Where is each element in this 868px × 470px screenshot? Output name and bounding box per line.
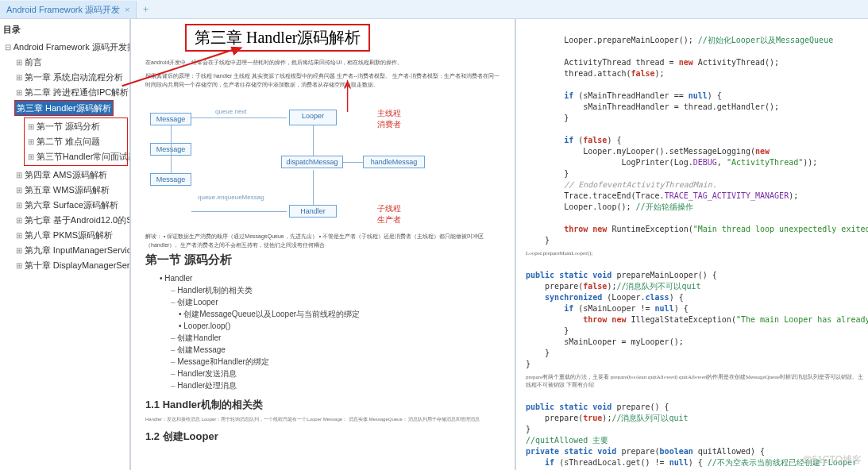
bullet: 创建Looper (177, 298, 218, 306)
tree-item[interactable]: 第七章 基于Android12.0的SurfaceFlinger源 (14, 213, 128, 228)
box-handlemsg: handleMessag (363, 156, 425, 168)
tree-item[interactable]: 第四章 AMS源码解析 (14, 168, 128, 183)
bullet: Looper.loop() (183, 322, 230, 330)
code-line: private static void prepare(boolean quit… (526, 447, 765, 456)
watermark: @51CTO博客 (802, 453, 862, 467)
box-message: Message (150, 113, 191, 125)
code-line: throw new RuntimeException("Main thread … (526, 225, 868, 233)
lbl-subthread: 子线程 (377, 203, 401, 214)
box-handler: Handler (289, 205, 337, 218)
code-line: prepare(true);//消息队列可以quit (526, 414, 689, 422)
tree-subitem[interactable]: 第二节 难点问题 (26, 134, 125, 149)
bullet: Handler机制的相关类 (177, 286, 253, 295)
intro-text-2: 探索其背后的原理：子线程 handler 主线程 其实资源了线程模型中的经典问题… (145, 71, 503, 89)
tree-item[interactable]: 第九章 InputManagerService源码解析 (14, 243, 128, 258)
lbl-consumer: 消费者 (377, 119, 401, 130)
tree-item[interactable]: 第五章 WMS源码解析 (14, 183, 128, 198)
code-pane: Looper.prepareMainLooper(); //初始化Looper以… (516, 19, 868, 470)
code-line: } (526, 349, 550, 357)
code-line: LogPrinter(Log.DEBUG, "ActivityThread"))… (526, 158, 817, 167)
code-line: // EndofeventActivityThreadMain. (526, 180, 717, 189)
add-tab-button[interactable]: + (137, 4, 154, 15)
section-heading: 第一节 源码分析 (145, 252, 503, 268)
tree-item[interactable]: 第十章 DisplayManagerService源码解析 (14, 258, 128, 273)
code-line: public static void prepare() { (526, 403, 669, 411)
code-line: } (526, 326, 569, 335)
code-line: sMainThreadHandler = thread.getHandler()… (526, 102, 779, 111)
code-line: Looper.prepareMainLooper(); //初始化Looper以… (526, 36, 833, 44)
selected-children-box: 第一节 源码分析 第二节 难点问题 第三节Handler常问面试题 (24, 118, 128, 166)
red-arrow-icon: ↑ (341, 61, 354, 123)
bullet: Handler处理消息 (177, 381, 237, 390)
flow-diagram: Message Message Message Looper dispatchM… (150, 94, 503, 227)
lbl-mainthread: 主线程 (377, 108, 401, 119)
tree-item[interactable]: 第一章 系统启动流程分析 (14, 70, 128, 85)
lbl-enqueue: queue.enqueueMessag (198, 194, 264, 201)
code-line: } (526, 360, 530, 368)
tab-bar: Android Framework 源码开发 × + (0, 0, 868, 19)
chapter-title: 第三章 Handler源码解析 (185, 24, 370, 52)
code-line: sMainLooper = myLooper(); (526, 337, 684, 346)
tree-item[interactable]: 第六章 Surface源码解析 (14, 198, 128, 213)
bullet: Handler发送消息 (177, 369, 237, 378)
code-line: if (sMainThreadHandler == null) { (526, 91, 722, 100)
code-line: } (526, 169, 569, 178)
code-line: synchronized (Looper.class) { (526, 293, 684, 302)
tiny-text: Handler：发送和接收消息 Looper：用于轮询消息队列，一个线程只能有一… (145, 415, 503, 423)
sidebar-header: 目录 (3, 22, 128, 37)
lbl-producer: 生产者 (377, 214, 401, 225)
code-line: } (526, 425, 530, 433)
code-line: public static void prepareMainLooper() { (526, 271, 717, 279)
bullet: Handler (164, 274, 192, 283)
subheading: 1.1 Handler机制的相关类 (145, 398, 503, 412)
code-line: Looper.myLooper().setMessageLogging(new (526, 147, 770, 156)
code-section-note: Looper.prepareMainLooper(); (526, 249, 863, 257)
code-line: } (526, 114, 569, 122)
code-line: if (sMainLooper != null) { (526, 304, 689, 313)
tree-subitem[interactable]: 第一节 源码分析 (26, 119, 125, 134)
code-line: Looper.loop(); //开始轮循操作 (526, 202, 693, 211)
bullet: 创建MessageQueue以及Looper与当前线程的绑定 (183, 310, 360, 318)
code-line: thread.attach(false); (526, 69, 665, 78)
box-dispatch: dispatchMessag (281, 156, 343, 168)
code-line: ActivityThread thread = new ActivityThre… (526, 58, 779, 67)
lbl-queuenext: queue.next (215, 108, 247, 115)
tab-title: Android Framework 源码开发 (6, 1, 120, 18)
bullet: 创建Message (177, 345, 226, 354)
bullet-list: • Handler Handler机制的相关类 创建Looper 创建Messa… (160, 272, 503, 391)
document-pane: 第三章 Handler源码解析 在android开发中，经常会在子线程中进理一些… (131, 19, 516, 470)
box-message: Message (150, 173, 191, 186)
code-line: prepare(false);//消息队列不可以quit (526, 282, 701, 291)
tree-item-selected[interactable]: 第三章 Handler源码解析 (14, 100, 114, 116)
tree-root[interactable]: Android Framework 源码开发揭秘 (3, 40, 128, 55)
tree-item[interactable]: 第二章 跨进程通信IPC解析 (14, 85, 128, 100)
tree-item[interactable]: 第八章 PKMS源码解析 (14, 228, 128, 243)
bullet: 创建Handler (177, 333, 221, 342)
bullet: Message和Handler的绑定 (177, 357, 269, 366)
tree-subitem[interactable]: 第三节Handler常问面试题 (26, 149, 125, 164)
tree-item[interactable]: 前言 (14, 55, 128, 70)
document-tab[interactable]: Android Framework 源码开发 × (0, 1, 137, 18)
subheading: 1.2 创建Looper (145, 430, 503, 444)
code-line: //quitAllowed 主要 (526, 436, 608, 445)
code-section-note: prepare有两个重载的方法，主要看 prepare(boolean quit… (526, 373, 863, 389)
outline-sidebar: 目录 Android Framework 源码开发揭秘 前言 第一章 系统启动流… (0, 19, 131, 470)
code-line: throw new IllegalStateException("The mai… (526, 315, 868, 324)
desc-text: 解读： • 保证数据生产消费的顺序（通过MessageQueue，先进先出） •… (145, 232, 503, 249)
box-looper: Looper (289, 110, 337, 125)
code-line: } (526, 236, 550, 245)
code-line: Trace.traceEnd(Trace.TRACE_TAG_ACTIVITY_… (526, 191, 798, 200)
close-icon[interactable]: × (125, 1, 129, 18)
code-line: if (false) { (526, 136, 621, 144)
